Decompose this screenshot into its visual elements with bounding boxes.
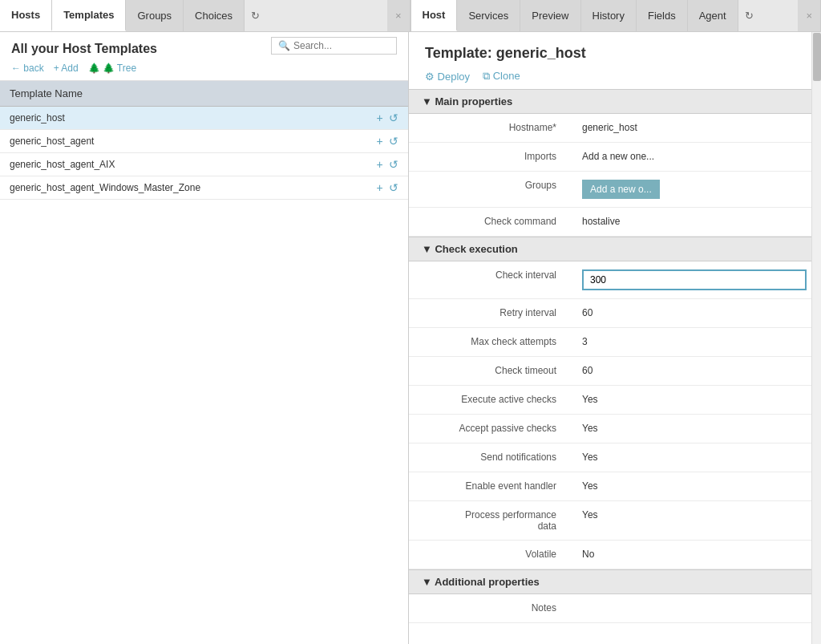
left-tab-bar: Hosts Templates Groups Choices ↻ ×: [0, 0, 410, 31]
field-row-check-command: Check command hostalive: [409, 208, 811, 237]
field-row-volatile: Volatile No: [409, 541, 811, 569]
retry-interval-label: Retry interval: [409, 299, 569, 326]
check-timeout-label: Check timeout: [409, 357, 569, 384]
check-interval-label: Check interval: [409, 261, 569, 289]
toolbar: ← back + Add 🌲 🌲 Tree: [11, 63, 397, 74]
add-button[interactable]: + Add: [54, 63, 79, 74]
field-row-execute-active: Execute active checks Yes: [409, 386, 811, 415]
right-tab-history[interactable]: History: [581, 0, 637, 31]
notes-label: Notes: [409, 594, 569, 622]
tab-groups[interactable]: Groups: [126, 0, 184, 31]
process-performance-label: Process performancedata: [409, 501, 569, 540]
additional-properties-header[interactable]: ▼ Additional properties: [409, 569, 811, 594]
max-attempts-value: 3: [569, 328, 811, 355]
check-command-value: hostalive: [569, 208, 811, 235]
left-close-icon[interactable]: ×: [387, 0, 410, 31]
additional-properties-body: Notes: [409, 594, 811, 623]
field-row-enable-event-handler: Enable event handler Yes: [409, 472, 811, 501]
tab-choices[interactable]: Choices: [184, 0, 245, 31]
groups-add-button[interactable]: Add a new o...: [582, 180, 660, 199]
content-header: Template: generic_host ⚙ Deploy ⧉ Clone: [409, 32, 811, 89]
clone-button[interactable]: ⧉ Clone: [483, 70, 520, 83]
process-performance-value: Yes: [569, 501, 811, 529]
max-attempts-label: Max check attempts: [409, 328, 569, 355]
right-panel: Template: generic_host ⚙ Deploy ⧉ Clone …: [409, 32, 811, 644]
field-row-check-interval: Check interval: [409, 261, 811, 299]
table-row[interactable]: generic_host_agent + ↺: [0, 130, 408, 153]
right-content: Template: generic_host ⚙ Deploy ⧉ Clone …: [409, 32, 811, 644]
search-bar[interactable]: 🔍: [271, 37, 397, 55]
field-row-send-notifications: Send notifications Yes: [409, 444, 811, 472]
table-row-actions: + ↺: [337, 153, 408, 176]
undo-row-icon[interactable]: ↺: [389, 181, 398, 194]
tab-bar: Hosts Templates Groups Choices ↻ × Host …: [0, 0, 821, 32]
app-container: Hosts Templates Groups Choices ↻ × Host …: [0, 0, 821, 644]
groups-label: Groups: [409, 172, 569, 199]
field-row-imports: Imports Add a new one...: [409, 143, 811, 172]
right-tab-agent[interactable]: Agent: [688, 0, 738, 31]
tree-button[interactable]: 🌲 🌲 Tree: [88, 63, 136, 74]
table-row-actions: + ↺: [337, 130, 408, 153]
main-properties-body: Hostname* generic_host Imports Add a new…: [409, 114, 811, 237]
scrollbar-thumb[interactable]: [813, 33, 821, 81]
tab-templates[interactable]: Templates: [52, 0, 126, 31]
right-tab-bar: Host Services Preview History Fields Age…: [410, 0, 822, 31]
right-refresh-icon[interactable]: ↻: [738, 0, 760, 31]
template-name-cell: generic_host_agent: [0, 130, 337, 153]
add-row-icon[interactable]: +: [376, 158, 382, 171]
left-refresh-icon[interactable]: ↻: [245, 0, 266, 31]
table-row[interactable]: generic_host_agent_AIX + ↺: [0, 153, 408, 176]
add-row-icon[interactable]: +: [376, 181, 382, 194]
execute-active-value: Yes: [569, 386, 811, 413]
undo-row-icon[interactable]: ↺: [389, 135, 398, 148]
right-tab-fields[interactable]: Fields: [637, 0, 688, 31]
right-close-icon[interactable]: ×: [798, 0, 821, 31]
groups-value: Add a new o...: [569, 172, 811, 207]
check-timeout-value: 60: [569, 357, 811, 384]
field-row-hostname: Hostname* generic_host: [409, 114, 811, 143]
check-interval-input[interactable]: [582, 269, 807, 290]
field-row-accept-passive: Accept passive checks Yes: [409, 415, 811, 444]
field-row-retry-interval: Retry interval 60: [409, 299, 811, 328]
scrollbar-track[interactable]: [811, 32, 821, 644]
template-list: Template Name generic_host + ↺: [0, 81, 408, 644]
field-row-groups: Groups Add a new o...: [409, 172, 811, 208]
field-row-max-attempts: Max check attempts 3: [409, 328, 811, 357]
check-command-label: Check command: [409, 208, 569, 235]
table-row[interactable]: generic_host + ↺: [0, 107, 408, 130]
right-tab-host[interactable]: Host: [411, 0, 458, 31]
add-row-icon[interactable]: +: [376, 135, 382, 148]
table-row-actions: + ↺: [337, 107, 408, 130]
main-layout: All your Host Templates 🔍 ← back + Add 🌲…: [0, 32, 821, 644]
additional-properties-section: ▼ Additional properties Notes: [409, 569, 811, 623]
tab-hosts[interactable]: Hosts: [0, 0, 52, 31]
table-row[interactable]: generic_host_agent_Windows_Master_Zone +…: [0, 176, 408, 200]
add-row-icon[interactable]: +: [376, 111, 382, 124]
panel-header: All your Host Templates 🔍 ← back + Add 🌲…: [0, 32, 408, 81]
execute-active-label: Execute active checks: [409, 386, 569, 413]
main-properties-section: ▼ Main properties Hostname* generic_host…: [409, 89, 811, 237]
right-tab-preview[interactable]: Preview: [520, 0, 580, 31]
column-template-name: Template Name: [0, 81, 337, 107]
imports-label: Imports: [409, 143, 569, 170]
volatile-label: Volatile: [409, 541, 569, 568]
undo-row-icon[interactable]: ↺: [389, 158, 398, 171]
notes-value: [569, 594, 811, 610]
check-execution-section: ▼ Check execution Check interval Retry i…: [409, 237, 811, 569]
retry-interval-value: 60: [569, 299, 811, 326]
check-execution-body: Check interval Retry interval 60 Max che…: [409, 261, 811, 569]
search-input[interactable]: [293, 40, 390, 51]
field-row-process-performance: Process performancedata Yes: [409, 501, 811, 541]
field-row-check-timeout: Check timeout 60: [409, 357, 811, 386]
hostname-label: Hostname*: [409, 114, 569, 141]
back-button[interactable]: ← back: [11, 63, 44, 74]
table-row-actions: + ↺: [337, 176, 408, 200]
undo-row-icon[interactable]: ↺: [389, 111, 398, 124]
main-properties-header[interactable]: ▼ Main properties: [409, 89, 811, 114]
check-execution-header[interactable]: ▼ Check execution: [409, 237, 811, 261]
deploy-button[interactable]: ⚙ Deploy: [425, 71, 470, 83]
send-notifications-label: Send notifications: [409, 444, 569, 471]
right-tab-services[interactable]: Services: [457, 0, 520, 31]
search-icon: 🔍: [278, 40, 290, 51]
send-notifications-value: Yes: [569, 444, 811, 471]
